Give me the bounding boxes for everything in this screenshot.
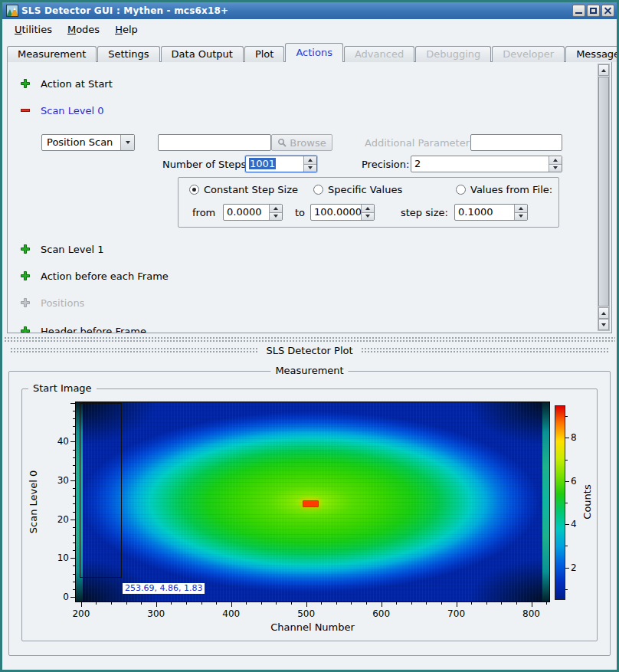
close-icon[interactable]	[601, 5, 614, 17]
header-before-frame-row: Header before Frame	[20, 325, 146, 333]
colorbar-tick	[565, 481, 569, 482]
expand-plus-icon[interactable]	[20, 270, 31, 281]
to-spinbox[interactable]: 100.0000	[310, 204, 375, 221]
spinner-buttons[interactable]	[361, 205, 374, 220]
title-bar[interactable]: SLS Detector GUI : Mythen - mcs6x18+	[2, 2, 617, 19]
menu-help[interactable]: Help	[107, 21, 146, 38]
x-tick-label: 200	[69, 608, 93, 619]
scrollbar-thumb[interactable]	[598, 77, 609, 306]
tab-bar: MeasurementSettingsData OutputPlotAction…	[7, 42, 612, 62]
dock-handle-dots	[361, 347, 609, 354]
radio-constant-label: Constant Step Size	[204, 184, 298, 195]
tab-debugging: Debugging	[415, 46, 491, 62]
x-tick	[351, 602, 352, 605]
y-tick	[73, 589, 75, 590]
app-icon	[6, 5, 18, 17]
dock-title-bar[interactable]: SLS Detector Plot	[2, 342, 617, 359]
scan-mode-combobox[interactable]: Position Scan	[41, 134, 135, 151]
colorbar-tick	[565, 416, 568, 417]
cursor-readout: 253.69, 4.86, 1.83	[123, 583, 205, 594]
colorbar-tick	[565, 589, 568, 590]
tab-data-output[interactable]: Data Output	[161, 46, 244, 62]
action-before-frame-label: Action before each Frame	[41, 270, 169, 282]
radio-specific-values[interactable]: Specific Values	[313, 184, 402, 195]
tab-messages[interactable]: Messages	[565, 46, 619, 62]
x-tick	[441, 602, 442, 605]
spinner-buttons[interactable]	[269, 205, 282, 220]
action-before-frame-row: Action before each Frame	[20, 270, 169, 282]
colorbar-tick	[565, 568, 569, 569]
scan-level-0-row: Scan Level 0	[20, 104, 103, 116]
expand-plus-icon[interactable]	[20, 326, 31, 333]
y-tick	[73, 418, 75, 419]
scroll-up-icon[interactable]	[598, 64, 609, 76]
colorbar-tick	[565, 460, 568, 461]
expand-plus-icon[interactable]	[20, 244, 31, 254]
x-tick	[291, 602, 292, 605]
y-tick	[70, 403, 75, 404]
script-file-input[interactable]	[158, 134, 271, 151]
y-tick	[70, 441, 75, 442]
heatmap-canvas[interactable]: 253.69, 4.86, 1.83	[75, 402, 550, 602]
precision-spinbox[interactable]: 2	[411, 156, 562, 172]
y-tick	[70, 558, 75, 559]
splitter-handle[interactable]	[4, 336, 615, 342]
vertical-scrollbar[interactable]	[598, 64, 610, 331]
precision-value: 2	[411, 156, 549, 172]
x-tick	[306, 602, 307, 607]
menu-modes[interactable]: Modes	[60, 21, 107, 38]
selection-rect[interactable]	[80, 403, 122, 578]
heatmap-peak	[303, 500, 319, 507]
additional-parameter-input[interactable]	[470, 134, 562, 151]
from-label: from	[192, 207, 215, 218]
x-tick	[382, 602, 382, 607]
tab-measurement[interactable]: Measurement	[7, 46, 97, 62]
menu-utilities[interactable]: Utilities	[7, 21, 60, 38]
y-tick	[73, 411, 75, 411]
x-tick	[471, 602, 472, 605]
tab-settings[interactable]: Settings	[97, 46, 159, 62]
x-tick-label: 300	[144, 608, 169, 619]
x-tick	[201, 602, 202, 605]
chevron-down-icon[interactable]	[120, 135, 134, 150]
y-tick	[70, 480, 75, 481]
maximize-icon[interactable]	[587, 5, 600, 17]
y-tick	[73, 488, 75, 489]
expand-plus-icon[interactable]	[20, 78, 31, 89]
colorbar-tick-label: 2	[571, 562, 585, 573]
from-spinbox[interactable]: 0.0000	[223, 204, 283, 221]
scroll-down-icon[interactable]	[598, 319, 609, 330]
step-size-spinbox[interactable]: 0.1000	[454, 204, 528, 221]
y-tick	[73, 512, 75, 513]
colorbar	[555, 405, 565, 600]
magnifier-icon	[277, 138, 287, 147]
spinner-buttons[interactable]	[514, 205, 527, 220]
y-tick	[73, 543, 75, 543]
collapse-minus-icon[interactable]	[20, 105, 31, 116]
tab-plot[interactable]: Plot	[244, 46, 285, 62]
x-tick	[231, 602, 232, 607]
tab-advanced: Advanced	[344, 46, 414, 62]
tab-actions[interactable]: Actions	[285, 43, 343, 62]
colorbar-tick-label: 4	[571, 519, 585, 529]
minimize-icon[interactable]	[572, 5, 585, 17]
x-tick	[426, 602, 427, 605]
to-label: to	[295, 207, 305, 218]
spinner-buttons[interactable]	[303, 156, 316, 172]
number-of-steps-spinbox[interactable]: 1001	[245, 156, 317, 172]
x-tick-label: 600	[369, 608, 394, 619]
additional-parameter-label: Additional Parameter:	[365, 137, 473, 149]
measurement-group: Measurement Start Image Scan Level 0 253…	[8, 371, 611, 656]
x-tick	[246, 602, 247, 605]
y-tick	[73, 426, 75, 427]
spinner-buttons[interactable]	[549, 156, 562, 172]
radio-constant-step-size[interactable]: Constant Step Size	[189, 184, 298, 195]
radio-selected-icon	[189, 185, 199, 195]
radio-file-label: Values from File:	[470, 184, 552, 195]
x-tick	[126, 602, 127, 605]
browse-button: Browse	[271, 134, 332, 151]
x-tick	[111, 602, 112, 605]
scroll-up-icon[interactable]	[598, 307, 609, 319]
y-tick	[73, 535, 75, 536]
radio-values-from-file[interactable]: Values from File:	[456, 184, 552, 195]
